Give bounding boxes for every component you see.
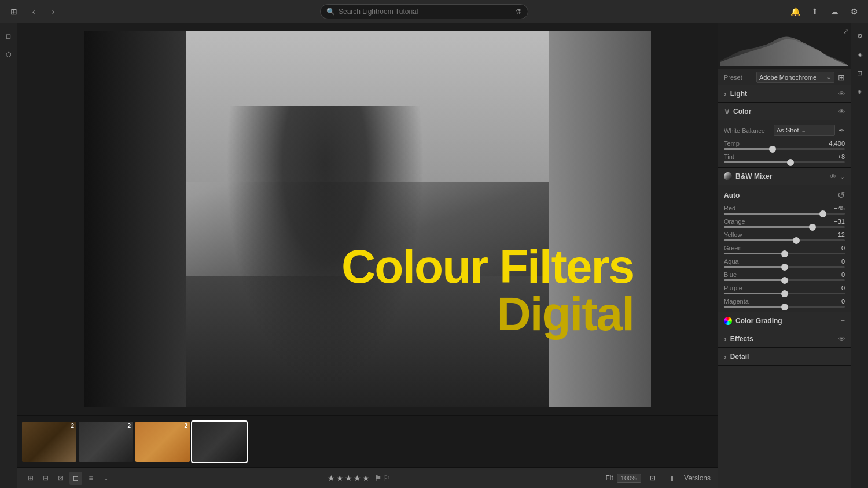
- aqua-slider-track[interactable]: [724, 266, 845, 268]
- compare-view-button[interactable]: ⊡: [645, 470, 661, 486]
- color-visibility-icon[interactable]: 👁: [838, 108, 845, 115]
- star-5[interactable]: ★: [362, 474, 370, 483]
- bw-mixer-header[interactable]: B&W Mixer 👁 ⌄: [718, 168, 851, 185]
- list-chevron-button[interactable]: ⌄: [100, 472, 112, 485]
- left-tool-1[interactable]: ◻: [1, 28, 17, 44]
- color-section-header[interactable]: ∨ Color 👁: [718, 103, 851, 120]
- orange-slider-thumb[interactable]: [809, 224, 816, 231]
- right-tool-3[interactable]: ⊡: [852, 65, 868, 81]
- effects-section-header[interactable]: Effects 👁: [718, 330, 851, 347]
- thumbnail-1[interactable]: 2: [22, 422, 76, 462]
- green-label: Green: [724, 245, 742, 252]
- zoom-percent-button[interactable]: 100%: [617, 474, 641, 483]
- detail-section: Detail: [718, 348, 851, 366]
- color-grading-header[interactable]: Color Grading +: [718, 312, 851, 330]
- grid-view-button[interactable]: ⊞: [24, 472, 37, 485]
- star-4[interactable]: ★: [354, 474, 361, 483]
- magenta-label: Magenta: [724, 298, 749, 305]
- grid-toggle-button[interactable]: ⊞: [6, 3, 22, 20]
- versions-button[interactable]: Versions: [684, 474, 711, 482]
- thumbnail-3[interactable]: 2: [135, 422, 190, 462]
- detail-section-header[interactable]: Detail: [718, 348, 851, 365]
- light-section-title: Light: [724, 89, 747, 98]
- aqua-slider-thumb[interactable]: [781, 264, 788, 271]
- light-label: Light: [730, 90, 747, 98]
- right-tool-1[interactable]: ⚙: [852, 28, 868, 44]
- split-view-button[interactable]: ⫿: [664, 470, 681, 486]
- red-slider-fill: [724, 213, 823, 215]
- purple-slider-track[interactable]: [724, 293, 845, 294]
- overlay-line1: Colour Filters: [341, 243, 634, 290]
- temp-slider-track[interactable]: [724, 148, 845, 150]
- red-slider-track[interactable]: [724, 213, 845, 215]
- purple-slider-thumb[interactable]: [781, 290, 788, 297]
- upload-button[interactable]: ⬆: [807, 3, 823, 20]
- overlay-line2: Digital: [341, 290, 634, 338]
- right-tool-2[interactable]: ◈: [852, 46, 868, 62]
- magenta-slider-fill: [724, 306, 785, 308]
- thumbnail-2[interactable]: 2: [79, 422, 133, 462]
- light-visibility-icon[interactable]: 👁: [838, 90, 845, 97]
- star-1[interactable]: ★: [328, 474, 335, 483]
- color-grading-title: Color Grading: [724, 317, 782, 325]
- blue-slider-thumb[interactable]: [781, 277, 788, 284]
- list-view-button[interactable]: ≡: [84, 472, 97, 485]
- magenta-slider-track[interactable]: [724, 306, 845, 308]
- filter-icon[interactable]: ⚗: [516, 8, 522, 16]
- effects-visibility-icon[interactable]: 👁: [838, 335, 845, 342]
- star-2[interactable]: ★: [336, 474, 344, 483]
- star-3[interactable]: ★: [345, 474, 352, 483]
- search-input[interactable]: [339, 8, 512, 16]
- magenta-slider-thumb[interactable]: [781, 304, 788, 310]
- blue-label: Blue: [724, 271, 737, 278]
- aqua-slider-fill: [724, 266, 785, 268]
- preset-select[interactable]: Adobe Monochrome ⌄: [756, 72, 834, 83]
- right-tool-4[interactable]: ⎈: [852, 83, 868, 99]
- bw-mixer-eye-icon[interactable]: 👁: [830, 173, 836, 180]
- yellow-label-row: Yellow +12: [724, 231, 845, 238]
- light-section-header[interactable]: Light 👁: [718, 85, 851, 102]
- tint-slider-fill: [724, 161, 790, 163]
- blue-slider-track[interactable]: [724, 279, 845, 281]
- settings-button[interactable]: ⚙: [846, 3, 862, 20]
- thumb-badge-1: 2: [71, 423, 74, 429]
- tint-slider-thumb[interactable]: [787, 159, 794, 166]
- eyedropper-icon[interactable]: ✒: [838, 126, 845, 135]
- auto-reset-icon[interactable]: ↺: [837, 190, 845, 201]
- bw-mixer-content: Auto ↺ Red +45 Or: [718, 185, 851, 312]
- histogram-expand-button[interactable]: ⤢: [843, 25, 848, 36]
- cloud-button[interactable]: ☁: [826, 3, 843, 20]
- forward-button[interactable]: ›: [45, 3, 61, 20]
- star-rating[interactable]: ★ ★ ★ ★ ★ ⚑ ⚐: [328, 474, 391, 483]
- square-grid-button[interactable]: ⊟: [39, 472, 52, 485]
- red-slider-thumb[interactable]: [819, 210, 826, 217]
- preset-grid-icon[interactable]: ⊞: [838, 73, 845, 82]
- detail-view-button[interactable]: ⊠: [54, 472, 67, 485]
- left-tool-2[interactable]: ⬡: [1, 46, 17, 62]
- temp-slider-thumb[interactable]: [769, 146, 776, 153]
- purple-slider-fill: [724, 293, 785, 294]
- center-area: Colour Filters Digital 2 2 2 ⊞ ⊟: [17, 23, 718, 488]
- tint-slider-track[interactable]: [724, 161, 845, 163]
- orange-slider-track[interactable]: [724, 226, 845, 228]
- single-view-button[interactable]: ◻: [69, 472, 82, 485]
- thumbnail-4[interactable]: [192, 422, 247, 462]
- wb-select[interactable]: As Shot ⌄: [774, 125, 835, 136]
- image-container: Colour Filters Digital: [17, 23, 718, 415]
- notification-button[interactable]: 🔔: [787, 3, 803, 20]
- yellow-slider-track[interactable]: [724, 239, 845, 241]
- green-slider-track[interactable]: [724, 253, 845, 254]
- green-value: 0: [841, 245, 845, 252]
- orange-slider-fill: [724, 226, 812, 228]
- nav-controls: ⊞ ‹ ›: [6, 3, 61, 20]
- effects-section-title: Effects: [724, 334, 753, 343]
- green-slider-thumb[interactable]: [781, 250, 788, 257]
- yellow-slider-thumb[interactable]: [793, 237, 800, 244]
- right-wall: [549, 31, 651, 407]
- back-button[interactable]: ‹: [25, 3, 42, 20]
- temp-slider-fill: [724, 148, 773, 150]
- green-slider-row: Green 0: [718, 243, 851, 256]
- histogram-section: ⤢: [718, 23, 851, 69]
- flag2-icon[interactable]: ⚐: [383, 474, 391, 483]
- flag-icon[interactable]: ⚑: [374, 474, 382, 483]
